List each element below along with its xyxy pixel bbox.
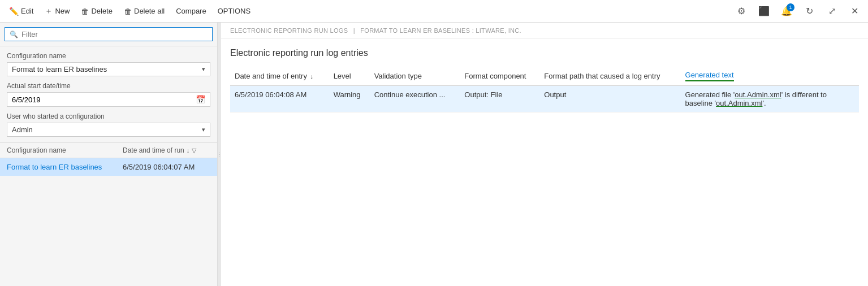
settings-icon-button[interactable]: ⚙ [732, 2, 750, 20]
main-layout: 🔍 Configuration name Format to learn ER … [0, 23, 868, 286]
expand-icon-button[interactable]: ⤢ [823, 2, 841, 20]
right-content: Electronic reporting run log entries Dat… [221, 39, 868, 286]
filter-input[interactable] [21, 30, 208, 38]
user-field: User who started a configuration Admin ▾ [7, 112, 210, 137]
delete-all-icon: 🗑 [124, 7, 132, 16]
left-col-name-header: Configuration name [7, 146, 123, 154]
user-value: Admin [12, 125, 33, 134]
config-name-label: Configuration name [7, 52, 210, 60]
start-date-label: Actual start date/time [7, 82, 210, 90]
notification-badge: 1 [787, 3, 794, 11]
delete-all-button[interactable]: 🗑 Delete all [119, 5, 169, 18]
cell-generated-text: Generated file 'out.Admin.xml' is differ… [681, 85, 859, 112]
filter-box: 🔍 [0, 23, 217, 46]
start-date-field: Actual start date/time 📅 [7, 82, 210, 107]
cell-datetime: 6/5/2019 06:04:08 AM [230, 85, 329, 112]
new-button[interactable]: ＋ New [40, 4, 74, 19]
config-name-dropdown[interactable]: Format to learn ER baselines ▾ [7, 62, 210, 76]
section-title: Electronic reporting run log entries [230, 48, 859, 58]
config-name-field: Configuration name Format to learn ER ba… [7, 52, 210, 76]
plus-icon: ＋ [45, 6, 53, 16]
toolbar: ✏️ Edit ＋ New 🗑 Delete 🗑 Delete all Comp… [0, 0, 868, 23]
breadcrumb-part2: FORMAT TO LEARN ER BASELINES : LITWARE, … [360, 27, 521, 34]
compare-button[interactable]: Compare [171, 5, 210, 18]
baseline-underline: out.Admin.xml [716, 99, 762, 107]
col-datetime-label: Date and time of entry [235, 72, 307, 80]
col-header-datetime[interactable]: Date and time of entry ↓ [230, 67, 329, 85]
col-header-generated[interactable]: Generated text [681, 67, 859, 85]
filter-fields: Configuration name Format to learn ER ba… [0, 46, 217, 143]
col-header-level[interactable]: Level [329, 67, 370, 85]
office-icon-button[interactable]: ⬛ [755, 2, 773, 20]
col-path-label: Format path that caused a log entry [544, 72, 660, 80]
breadcrumb-separator: | [353, 27, 357, 34]
breadcrumb: ELECTRONIC REPORTING RUN LOGS | FORMAT T… [221, 23, 868, 39]
user-dropdown[interactable]: Admin ▾ [7, 123, 210, 137]
new-label: New [55, 7, 70, 15]
right-panel: ELECTRONIC REPORTING RUN LOGS | FORMAT T… [221, 23, 868, 286]
delete-all-label: Delete all [134, 7, 165, 15]
log-table-header-row: Date and time of entry ↓ Level Validatio… [230, 67, 859, 85]
config-name-value: Format to learn ER baselines [12, 65, 107, 73]
log-table: Date and time of entry ↓ Level Validatio… [230, 67, 859, 112]
user-chevron-icon: ▾ [202, 126, 205, 133]
table-row[interactable]: Format to learn ER baselines 6/5/2019 06… [0, 158, 217, 176]
cell-path: Output [539, 85, 680, 112]
filename-underline: out.Admin.xml [735, 90, 781, 99]
delete-button[interactable]: 🗑 Delete [76, 5, 117, 18]
user-label: User who started a configuration [7, 112, 210, 120]
sort-down-icon[interactable]: ↓ [187, 147, 190, 154]
refresh-icon-button[interactable]: ↻ [800, 2, 818, 20]
filter-search-icon: 🔍 [10, 31, 18, 38]
compare-label: Compare [176, 7, 206, 15]
left-panel: 🔍 Configuration name Format to learn ER … [0, 23, 218, 286]
close-icon-button[interactable]: ✕ [845, 2, 863, 20]
cell-component: Output: File [460, 85, 539, 112]
notification-button[interactable]: 🔔 1 [778, 2, 796, 20]
calendar-icon[interactable]: 📅 [196, 95, 205, 104]
col-validation-label: Validation type [374, 72, 422, 80]
row-config-name: Format to learn ER baselines [7, 163, 123, 171]
col-level-label: Level [334, 72, 351, 80]
cell-validation: Continue execution ... [370, 85, 460, 112]
col-generated-label: Generated text [685, 71, 734, 81]
generated-text-content: Generated file 'out.Admin.xml' is differ… [685, 90, 827, 107]
options-label: OPTIONS [218, 7, 251, 15]
breadcrumb-part1: ELECTRONIC REPORTING RUN LOGS [230, 27, 348, 34]
options-button[interactable]: OPTIONS [213, 5, 256, 18]
filter-input-wrap: 🔍 [5, 27, 213, 41]
cell-level: Warning [329, 85, 370, 112]
date-field-wrap: 📅 [7, 92, 210, 107]
left-col-date-label: Date and time of run [123, 146, 184, 154]
toolbar-right: ⚙ ⬛ 🔔 1 ↻ ⤢ ✕ [732, 2, 863, 20]
start-date-input[interactable] [12, 96, 196, 104]
edit-label: Edit [21, 7, 33, 15]
delete-icon: 🗑 [81, 7, 89, 16]
datetime-sort-icon: ↓ [310, 73, 314, 80]
col-header-validation[interactable]: Validation type [370, 67, 460, 85]
left-col-date-header: Date and time of run ↓ ▽ [123, 146, 210, 154]
left-table-header: Configuration name Date and time of run … [0, 143, 217, 158]
filter-funnel-icon[interactable]: ▽ [192, 147, 196, 154]
col-component-label: Format component [464, 72, 526, 80]
col-header-component[interactable]: Format component [460, 67, 539, 85]
table-row[interactable]: 6/5/2019 06:04:08 AM Warning Continue ex… [230, 85, 859, 112]
col-header-path[interactable]: Format path that caused a log entry [539, 67, 680, 85]
edit-button[interactable]: ✏️ Edit [5, 5, 38, 18]
edit-icon: ✏️ [9, 7, 19, 16]
row-date: 6/5/2019 06:04:07 AM [123, 163, 210, 171]
chevron-down-icon: ▾ [202, 66, 205, 73]
delete-label: Delete [91, 7, 113, 15]
